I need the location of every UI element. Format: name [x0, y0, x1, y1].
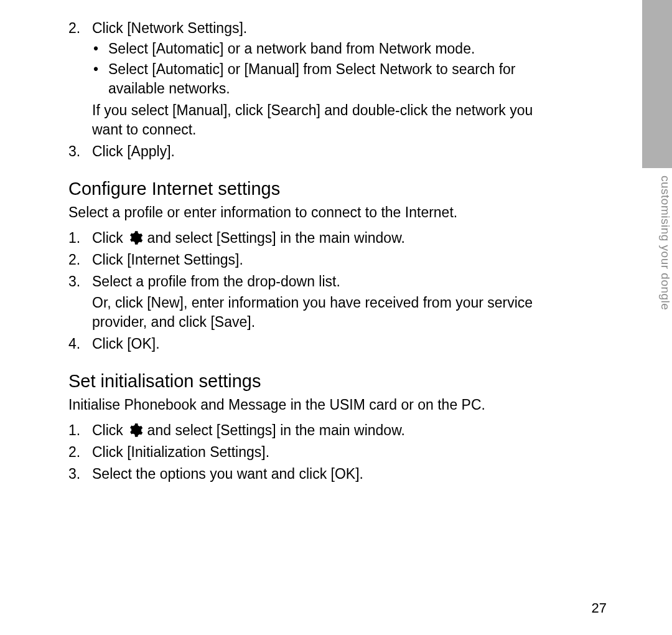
bullet-item: Select [Automatic] or [Manual] from Sele…	[92, 60, 554, 98]
step-prefix: Click	[92, 230, 127, 246]
page-number: 27	[592, 600, 607, 616]
bullet-list: Select [Automatic] or a network band fro…	[92, 39, 554, 98]
list-item: Click [Apply].	[68, 142, 554, 161]
section-heading-initialisation: Set initialisation settings	[68, 371, 554, 392]
bullet-item: Select [Automatic] or a network band fro…	[92, 39, 554, 59]
step-suffix: and select [Settings] in the main window…	[143, 422, 405, 438]
section-intro: Initialise Phonebook and Message in the …	[68, 395, 554, 415]
configure-steps-list: Click and select [Settings] in the main …	[68, 228, 554, 353]
gear-icon	[127, 230, 143, 246]
list-item: Click [OK].	[68, 334, 554, 354]
list-item: Click and select [Settings] in the main …	[68, 228, 554, 248]
list-item: Click [Internet Settings].	[68, 250, 554, 270]
list-item: Select a profile from the drop-down list…	[68, 272, 554, 331]
list-item: Click [Network Settings]. Select [Automa…	[68, 19, 554, 139]
step-text: Select a profile from the drop-down list…	[92, 273, 340, 289]
side-tab: customising your dongle	[642, 0, 672, 349]
sub-text: Or, click [New], enter information you h…	[92, 293, 554, 332]
initialisation-steps-list: Click and select [Settings] in the main …	[68, 421, 554, 484]
list-item: Click and select [Settings] in the main …	[68, 421, 554, 440]
sub-text: If you select [Manual], click [Search] a…	[92, 101, 554, 139]
section-intro: Select a profile or enter information to…	[68, 203, 554, 222]
step-suffix: and select [Settings] in the main window…	[143, 230, 405, 246]
page-content: Click [Network Settings]. Select [Automa…	[0, 0, 610, 484]
side-tab-label: customising your dongle	[642, 176, 672, 350]
list-item: Click [Initialization Settings].	[68, 443, 554, 462]
step-prefix: Click	[92, 422, 127, 438]
top-numbered-list: Click [Network Settings]. Select [Automa…	[68, 19, 554, 161]
side-tab-gray-block	[642, 0, 672, 168]
list-item: Select the options you want and click [O…	[68, 464, 554, 484]
gear-icon	[127, 422, 143, 438]
section-heading-configure: Configure Internet settings	[68, 179, 554, 199]
step-text: Click [Network Settings].	[92, 20, 247, 36]
